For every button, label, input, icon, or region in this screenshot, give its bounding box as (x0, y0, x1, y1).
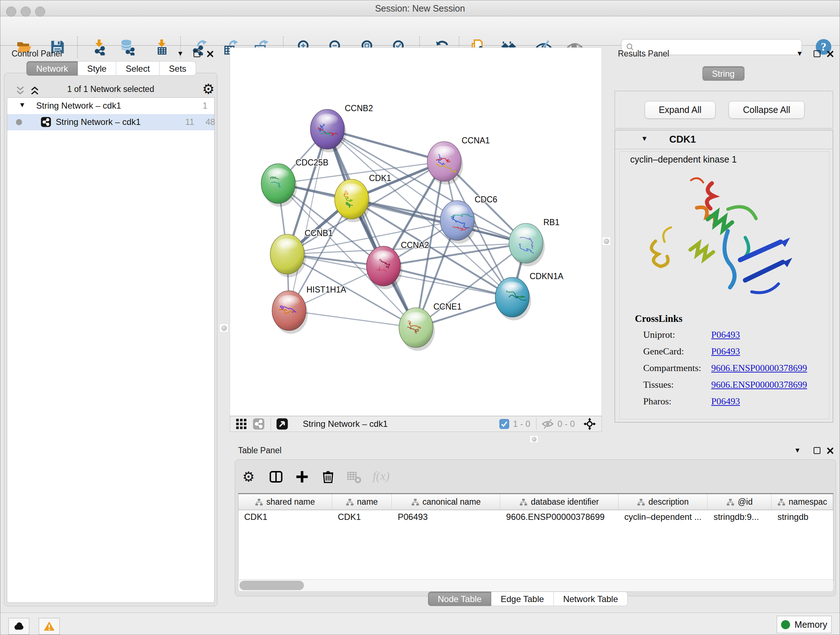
node-card-header[interactable]: ▼ CDK1 (615, 130, 833, 149)
tree-icon (255, 498, 263, 506)
table-panel-close-icon[interactable] (827, 447, 834, 456)
table-row[interactable]: CDK1CDK1P064939606.ENSP00000378699cyclin… (238, 510, 833, 524)
right-splitter-handle[interactable] (602, 237, 611, 245)
network-node-ccna2[interactable] (366, 246, 402, 289)
import-table-icon[interactable] (153, 39, 170, 55)
results-panel-close-icon[interactable] (827, 50, 834, 59)
control-panel-collapse-icon[interactable]: ▼ (177, 50, 184, 57)
network-node-ccne1[interactable] (399, 308, 435, 351)
network-node-ccnb2[interactable] (310, 109, 346, 152)
column-header-canonical-name[interactable]: canonical name (392, 494, 500, 510)
bottom-splitter-handle[interactable] (530, 435, 538, 443)
node-label-ccna1: CCNA1 (462, 136, 490, 145)
network-node-rb1[interactable] (509, 223, 545, 266)
collapse-all-button[interactable]: Collapse All (729, 101, 805, 119)
left-splitter-handle[interactable] (219, 324, 228, 333)
birdseye-view-icon[interactable] (276, 418, 288, 430)
table-cell: cyclin–dependent ... (619, 510, 708, 524)
node-card-expander-icon[interactable]: ▼ (641, 135, 648, 143)
delete-column-icon[interactable] (321, 469, 336, 485)
tab-style[interactable]: Style (78, 61, 116, 76)
node-label-cdk1: CDK1 (369, 173, 391, 183)
columns-icon[interactable] (268, 469, 284, 485)
tab-string[interactable]: String (702, 66, 745, 81)
network-node-ccna1[interactable] (427, 141, 463, 185)
tree-icon (519, 498, 527, 506)
table-cell: CDK1 (238, 510, 332, 524)
tab-sets[interactable]: Sets (159, 61, 196, 76)
memory-button[interactable]: Memory (777, 616, 832, 633)
crosslink-link[interactable]: 9606.ENSP00000378699 (711, 363, 807, 374)
cloud-icon (13, 621, 25, 632)
memory-status-dot-icon (781, 620, 790, 629)
table-hscrollbar[interactable] (238, 579, 834, 592)
pan-crosshair-icon[interactable] (584, 418, 596, 430)
network-options-gear-icon[interactable]: ⚙ (202, 81, 215, 97)
results-panel-collapse-icon[interactable]: ▼ (796, 50, 803, 57)
selected-checkbox-icon[interactable] (499, 419, 509, 429)
table-panel-collapse-icon[interactable]: ▼ (794, 447, 801, 454)
network-graph[interactable]: CCNB2CCNA1CDC25BCDK1CDC6RB1CCNB1CCNA2CDK… (230, 48, 602, 416)
delete-table-icon[interactable] (347, 469, 362, 485)
column-header-label: canonical name (423, 497, 481, 507)
network-canvas[interactable]: CCNB2CCNA1CDC25BCDK1CDC6RB1CCNB1CCNA2CDK… (230, 48, 602, 416)
column-header-namespac[interactable]: namespac (772, 494, 833, 510)
grid-view-icon[interactable] (235, 418, 248, 430)
crosslink-label: Uniprot: (643, 329, 675, 340)
network-view-icon[interactable] (253, 418, 265, 430)
warning-icon (43, 621, 55, 632)
control-panel-close-icon[interactable] (207, 50, 214, 59)
crosslink-link[interactable]: 9606.ENSP00000378699 (711, 379, 807, 390)
node-label-hist1h1a: HIST1H1A (306, 285, 347, 295)
table-toolbar: ⚙f(x) (242, 468, 401, 486)
column-header-label: shared name (266, 497, 315, 507)
control-panel-float-icon[interactable] (194, 50, 201, 57)
column-header-description[interactable]: description (619, 494, 708, 510)
warning-status-button[interactable] (39, 618, 60, 635)
hidden-eye-slash-icon[interactable] (542, 418, 554, 430)
network-view-toolbar: String Network – cdk1 1 - 0 0 - 0 (230, 416, 602, 432)
tab-edge-table[interactable]: Edge Table (491, 592, 554, 606)
network-edge[interactable] (289, 129, 327, 310)
network-edge[interactable] (289, 310, 416, 328)
import-network-icon[interactable] (91, 39, 107, 55)
table-panel-float-icon[interactable] (813, 447, 821, 454)
tab-network-table[interactable]: Network Table (554, 592, 628, 606)
column-header-name[interactable]: name (332, 494, 392, 510)
network-share-icon (41, 117, 51, 127)
collection-count: 1 (202, 101, 207, 111)
column-header-database-identifier[interactable]: database identifier (500, 494, 619, 510)
tree-icon (411, 498, 419, 506)
results-panel-title: Results Panel (618, 49, 669, 59)
table-hscrollbar-thumb[interactable] (240, 581, 304, 590)
tab-node-table[interactable]: Node Table (428, 592, 491, 606)
crosslink-link[interactable]: P06493 (711, 396, 740, 407)
expand-all-button[interactable]: Expand All (645, 101, 715, 119)
import-database-icon[interactable] (119, 39, 136, 55)
function-builder-icon[interactable]: f(x) (373, 469, 390, 485)
network-node-ccnb1[interactable] (270, 234, 306, 277)
cloud-status-button[interactable] (8, 618, 29, 635)
network-node-cdk1[interactable] (335, 179, 370, 222)
collection-expander-icon[interactable]: ▼ (19, 101, 26, 109)
crosslink-row: Uniprot:P06493 (643, 329, 817, 342)
add-column-icon[interactable] (294, 469, 309, 485)
network-list: ▼ String Network – cdk1 1 String Network… (7, 97, 215, 603)
column-header-shared-name[interactable]: shared name (238, 494, 332, 510)
crosslink-link[interactable]: P06493 (711, 329, 740, 340)
network-collection-row[interactable]: ▼ String Network – cdk1 1 (7, 98, 214, 114)
column-header--id[interactable]: @id (707, 494, 772, 510)
node-table[interactable]: shared namenamecanonical namedatabase id… (238, 493, 834, 591)
tab-select[interactable]: Select (116, 61, 159, 76)
network-node-cdkn1a[interactable] (495, 277, 531, 320)
main-toolbar: ? (0, 17, 840, 46)
gear-icon[interactable]: ⚙ (242, 469, 257, 485)
network-node-hist1h1a[interactable] (272, 291, 308, 334)
network-node-cdc25b[interactable] (261, 164, 297, 207)
string-node-card: ▼ CDK1 cyclin–dependent kinase 1 (615, 130, 833, 423)
network-row[interactable]: String Network – cdk1 11 48 (7, 114, 214, 130)
crosslink-link[interactable]: P06493 (711, 346, 740, 357)
results-panel-float-icon[interactable] (813, 50, 821, 57)
network-edge[interactable] (327, 129, 416, 328)
tab-network[interactable]: Network (27, 61, 78, 76)
